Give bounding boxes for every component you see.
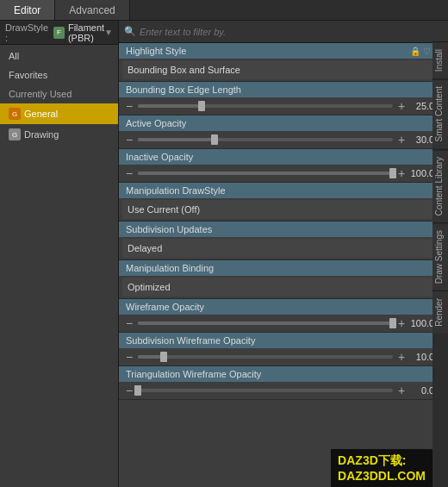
prop-section-3: Inactive Opacity−+100.0% xyxy=(119,149,448,183)
slider-row-1: −+25.0% xyxy=(119,97,448,115)
prop-section-9: Triangulation Wireframe Opacity−+0.0% xyxy=(119,366,448,400)
sidebar-item-general[interactable]: G General xyxy=(0,103,118,124)
prop-header-3: Inactive Opacity xyxy=(119,149,448,165)
prop-header-text-4: Manipulation DrawStyle xyxy=(126,185,226,196)
prop-dropdown-6[interactable]: Optimized▼ xyxy=(122,278,445,297)
lock-icon[interactable]: 🔒 xyxy=(410,47,420,56)
prop-section-6: Manipulation BindingOptimized▼ xyxy=(119,260,448,299)
prop-header-1: Bounding Box Edge Length xyxy=(119,82,448,97)
watermark-line1: DAZ3D下载: xyxy=(338,453,426,468)
slider-track-2[interactable] xyxy=(138,138,393,141)
prop-section-8: Subdivision Wireframe Opacity−+10.0% xyxy=(119,333,448,366)
prop-dropdown-value-5: Delayed xyxy=(128,243,431,253)
slider-plus-3[interactable]: + xyxy=(396,166,407,180)
prop-section-1: Bounding Box Edge Length−+25.0% xyxy=(119,82,448,116)
prop-header-7: Wireframe Opacity xyxy=(119,299,448,315)
slider-row-2: −+30.0% xyxy=(119,131,448,148)
right-tab-smart-content[interactable]: Smart Content xyxy=(432,78,448,148)
slider-row-9: −+0.0% xyxy=(119,382,448,399)
slider-track-3[interactable] xyxy=(138,172,393,175)
prop-header-0: Highlight Style🔒♡◎ xyxy=(119,43,448,59)
slider-thumb-8[interactable] xyxy=(160,352,167,362)
slider-track-9[interactable] xyxy=(138,389,393,392)
slider-minus-9[interactable]: − xyxy=(124,384,134,397)
prop-section-4: Manipulation DrawStyleUse Current (Off)▼ xyxy=(119,183,448,222)
slider-track-1[interactable] xyxy=(138,104,393,108)
sidebar-item-currently-used: Currently Used xyxy=(0,84,118,103)
heart-icon[interactable]: ♡ xyxy=(423,47,431,56)
sidebar-item-drawing-label: Drawing xyxy=(24,129,59,140)
slider-fill-3 xyxy=(138,172,393,175)
slider-plus-1[interactable]: + xyxy=(396,99,407,113)
right-tab-content-library[interactable]: Content Library xyxy=(432,149,448,222)
slider-plus-7[interactable]: + xyxy=(396,316,407,330)
slider-thumb-2[interactable] xyxy=(211,134,218,145)
prop-dropdown-0[interactable]: Bounding Box and Surface▼ xyxy=(122,60,445,79)
prop-section-2: Active Opacity−+30.0% xyxy=(119,116,448,149)
prop-header-text-6: Manipulation Binding xyxy=(126,263,214,273)
sidebar-item-drawing[interactable]: G Drawing xyxy=(0,124,118,145)
prop-dropdown-5[interactable]: Delayed▼ xyxy=(122,239,445,258)
prop-header-text-9: Triangulation Wireframe Opacity xyxy=(126,369,261,379)
content-area: 🔍 Highlight Style🔒♡◎Bounding Box and Sur… xyxy=(119,21,448,487)
prop-dropdown-value-0: Bounding Box and Surface xyxy=(128,65,431,75)
search-bar: 🔍 xyxy=(119,21,448,43)
drawstyle-dropdown-arrow[interactable]: ▼ xyxy=(104,28,113,37)
tab-advanced[interactable]: Advanced xyxy=(55,0,129,20)
sidebar-nav: All Favorites Currently Used G General G… xyxy=(0,45,118,147)
right-tab-draw-settings[interactable]: Draw Settings xyxy=(432,222,448,290)
prop-header-text-1: Bounding Box Edge Length xyxy=(126,84,241,95)
slider-thumb-9[interactable] xyxy=(134,385,141,396)
slider-track-7[interactable] xyxy=(138,322,393,325)
search-input[interactable] xyxy=(140,27,443,37)
sidebar-item-all[interactable]: All xyxy=(0,47,118,66)
prop-header-text-0: Highlight Style xyxy=(126,46,186,56)
slider-fill-1 xyxy=(138,104,202,108)
slider-thumb-3[interactable] xyxy=(389,168,396,178)
slider-row-3: −+100.0% xyxy=(119,165,448,182)
watermark-line2: DAZ3DDL.COM xyxy=(338,468,426,484)
slider-track-8[interactable] xyxy=(138,355,393,359)
prop-header-text-2: Active Opacity xyxy=(126,118,186,128)
prop-header-4: Manipulation DrawStyle xyxy=(119,183,448,198)
right-tabs: Install Smart Content Content Library Dr… xyxy=(432,41,448,487)
slider-minus-2[interactable]: − xyxy=(124,133,134,147)
drawing-icon: G xyxy=(9,128,21,140)
prop-header-text-5: Subdivision Updates xyxy=(126,224,212,234)
prop-dropdown-value-4: Use Current (Off) xyxy=(128,204,431,215)
right-tab-render[interactable]: Render xyxy=(432,290,448,334)
prop-header-8: Subdivision Wireframe Opacity xyxy=(119,333,448,348)
slider-row-7: −+100.0% xyxy=(119,315,448,332)
prop-header-text-7: Wireframe Opacity xyxy=(126,302,204,312)
sidebar: DrawStyle : F Filament (PBR) ▼ All Favor… xyxy=(0,21,119,487)
prop-header-5: Subdivision Updates xyxy=(119,222,448,237)
slider-minus-7[interactable]: − xyxy=(124,316,134,330)
slider-thumb-7[interactable] xyxy=(389,318,396,328)
watermark: DAZ3D下载: DAZ3DDL.COM xyxy=(331,449,432,487)
prop-section-0: Highlight Style🔒♡◎Bounding Box and Surfa… xyxy=(119,43,448,82)
slider-minus-8[interactable]: − xyxy=(124,350,134,364)
prop-dropdown-4[interactable]: Use Current (Off)▼ xyxy=(122,200,445,219)
slider-minus-1[interactable]: − xyxy=(124,99,134,113)
slider-minus-3[interactable]: − xyxy=(124,166,134,180)
slider-thumb-1[interactable] xyxy=(198,101,205,111)
main-layout: DrawStyle : F Filament (PBR) ▼ All Favor… xyxy=(0,21,448,487)
properties-container: Highlight Style🔒♡◎Bounding Box and Surfa… xyxy=(119,43,448,400)
right-tab-install[interactable]: Install xyxy=(432,41,448,78)
prop-header-9: Triangulation Wireframe Opacity xyxy=(119,366,448,382)
prop-header-text-3: Inactive Opacity xyxy=(126,152,193,162)
sidebar-item-favorites[interactable]: Favorites xyxy=(0,66,118,84)
slider-row-8: −+10.0% xyxy=(119,348,448,365)
drawstyle-value: Filament (PBR) xyxy=(68,22,104,43)
prop-section-7: Wireframe Opacity−+100.0% xyxy=(119,299,448,333)
prop-header-text-8: Subdivision Wireframe Opacity xyxy=(126,335,255,346)
tab-editor[interactable]: Editor xyxy=(0,0,55,20)
top-tab-bar: Editor Advanced xyxy=(0,0,448,21)
prop-section-5: Subdivision UpdatesDelayed▼ xyxy=(119,222,448,260)
search-icon: 🔍 xyxy=(124,26,136,37)
slider-plus-9[interactable]: + xyxy=(396,384,407,397)
slider-fill-7 xyxy=(138,322,393,325)
slider-plus-8[interactable]: + xyxy=(396,350,407,364)
general-icon: G xyxy=(9,108,21,120)
slider-plus-2[interactable]: + xyxy=(396,133,407,147)
